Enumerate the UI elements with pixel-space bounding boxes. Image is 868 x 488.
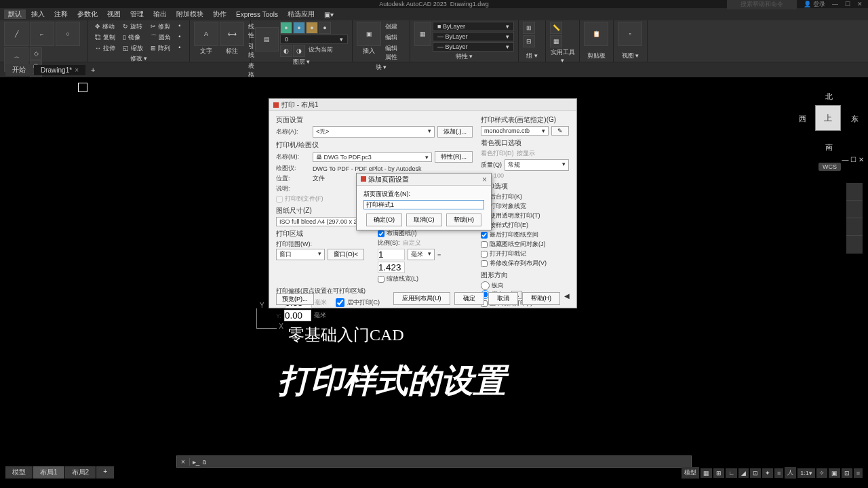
- match-props[interactable]: ▦: [414, 22, 431, 46]
- base-tool[interactable]: ▫: [618, 22, 642, 46]
- status-grid[interactable]: ▦: [701, 468, 712, 478]
- y-input[interactable]: [284, 310, 311, 321]
- status-tool[interactable]: ▣: [829, 468, 840, 478]
- opt-check[interactable]: [481, 251, 488, 258]
- setup-name-input[interactable]: [363, 200, 484, 209]
- draw-tool[interactable]: ◇: [30, 47, 42, 60]
- menu-featured[interactable]: 精选应用: [283, 9, 319, 19]
- paste-tool[interactable]: 📋: [584, 22, 608, 46]
- printer-combo[interactable]: 🖶 DWG To PDF.pc3▾: [313, 152, 432, 162]
- tab-drawing1[interactable]: Drawing1*×: [34, 65, 85, 75]
- selection-handle[interactable]: [78, 83, 87, 92]
- util-tool[interactable]: ▦: [550, 35, 562, 47]
- nav-orbit[interactable]: [846, 236, 863, 253]
- status-tool[interactable]: ◢: [738, 468, 749, 478]
- dim-tool[interactable]: ⟷: [220, 22, 244, 46]
- util-tool[interactable]: 📏: [550, 22, 562, 34]
- menu-collab[interactable]: 协作: [209, 9, 231, 19]
- nav-zoom[interactable]: [846, 218, 863, 236]
- layer-tool[interactable]: ◑: [293, 45, 305, 57]
- menu-express[interactable]: Express Tools: [232, 11, 282, 18]
- modal-ok-button[interactable]: 确定(O): [366, 214, 402, 226]
- tab-layout2[interactable]: 布局2: [65, 466, 96, 479]
- viewcube[interactable]: 北 西 上 东 南: [802, 92, 856, 146]
- range-combo[interactable]: 窗口▾: [276, 249, 325, 260]
- status-scale[interactable]: 1:1▾: [797, 468, 815, 478]
- scale-tool[interactable]: ◱ 缩放: [120, 43, 147, 54]
- window-button[interactable]: 窗口(O)<: [328, 249, 364, 260]
- style-combo[interactable]: monochrome.ctb▾: [481, 126, 549, 136]
- cancel-button[interactable]: 取消: [488, 292, 518, 305]
- tool[interactable]: •: [176, 33, 185, 43]
- menu-default[interactable]: 默认: [4, 9, 26, 19]
- preview-button[interactable]: 预览(P)...: [276, 293, 314, 305]
- ltype-combo[interactable]: — ByLayer▾: [433, 42, 514, 52]
- move-tool[interactable]: ✥ 移动: [92, 22, 119, 32]
- cmd-close-icon[interactable]: ×: [177, 458, 190, 466]
- tab-layout1[interactable]: 布局1: [33, 466, 64, 479]
- rotate-tool[interactable]: ↻ 旋转: [120, 22, 147, 32]
- circle-tool[interactable]: ○: [56, 22, 80, 46]
- win-max[interactable]: ☐: [845, 1, 850, 7]
- command-line[interactable]: × ▸_: [176, 455, 692, 468]
- color-combo[interactable]: ■ ByLayer▾: [433, 22, 514, 31]
- fillet-tool[interactable]: ⌒ 圆角: [148, 33, 175, 43]
- stretch-tool[interactable]: ↔ 拉伸: [92, 43, 119, 54]
- layer-tool[interactable]: ●: [319, 22, 331, 34]
- text-tool[interactable]: A: [194, 22, 218, 46]
- modal-help-button[interactable]: 帮助(H): [446, 214, 482, 226]
- opt-check[interactable]: [481, 260, 488, 267]
- add-layout[interactable]: +: [96, 466, 114, 479]
- style-edit[interactable]: ✎: [551, 126, 569, 136]
- quality-combo[interactable]: 常规▾: [505, 159, 569, 171]
- fit-check[interactable]: [378, 230, 384, 237]
- polyline-tool[interactable]: ⌐: [30, 22, 54, 46]
- search-input[interactable]: 搜索帮助和命令: [727, 0, 797, 9]
- nav-bar[interactable]: [846, 183, 863, 253]
- page-setup-combo[interactable]: <无>▾: [313, 126, 435, 138]
- modal-cancel-button[interactable]: 取消(C): [406, 214, 442, 226]
- edit-block[interactable]: 编辑: [382, 33, 406, 43]
- layer-tool[interactable]: ●: [293, 22, 305, 34]
- opt-check[interactable]: [481, 241, 488, 248]
- add-button[interactable]: 添加(.)...: [437, 126, 473, 138]
- status-snap[interactable]: ⊞: [713, 468, 724, 478]
- tool[interactable]: •: [176, 22, 185, 32]
- mirror-tool[interactable]: ▯ 镜像: [120, 33, 147, 43]
- menu-addins[interactable]: 附加模块: [172, 9, 208, 19]
- close-icon[interactable]: ×: [482, 175, 487, 184]
- unit-input[interactable]: [378, 249, 405, 260]
- menu-output[interactable]: 输出: [149, 9, 171, 19]
- lineweight-check[interactable]: [378, 276, 384, 283]
- ok-button[interactable]: 确定: [454, 292, 484, 305]
- portrait-radio[interactable]: [481, 281, 490, 290]
- win-close[interactable]: ✕: [857, 1, 863, 7]
- tab-start[interactable]: 开始: [5, 64, 33, 76]
- edit-attr[interactable]: 编辑属性: [382, 43, 406, 62]
- wcs-label[interactable]: WCS: [818, 163, 841, 171]
- insert-block[interactable]: ▣: [357, 22, 381, 46]
- status-tool[interactable]: ⊡: [842, 468, 852, 478]
- trim-tool[interactable]: ✂ 修剪: [148, 22, 175, 32]
- tool[interactable]: •: [176, 43, 185, 54]
- status-tool[interactable]: ∟: [726, 468, 737, 478]
- status-tool[interactable]: ✧: [816, 468, 827, 478]
- scale-input[interactable]: [378, 262, 405, 273]
- line-tool[interactable]: ╱: [4, 22, 28, 46]
- command-input[interactable]: [202, 458, 691, 466]
- viewcube-top[interactable]: 上: [815, 105, 841, 131]
- layer-props[interactable]: ▤: [255, 27, 279, 52]
- status-tool[interactable]: ⊡: [750, 468, 761, 478]
- tab-model[interactable]: 模型: [5, 466, 33, 479]
- layer-tool[interactable]: ◐: [280, 45, 292, 57]
- opt-check[interactable]: [481, 232, 488, 239]
- status-model[interactable]: 模型: [682, 467, 699, 479]
- nav-wheel[interactable]: [846, 183, 863, 201]
- login-link[interactable]: 👤 登录: [804, 0, 825, 9]
- nav-pan[interactable]: [846, 201, 863, 218]
- create-block[interactable]: 创建: [382, 22, 406, 32]
- viewport-controls[interactable]: — ☐ ✕: [842, 156, 864, 163]
- layer-combo[interactable]: 0▾: [280, 35, 348, 44]
- lweight-combo[interactable]: — ByLayer▾: [433, 32, 514, 41]
- status-menu[interactable]: ≡: [854, 468, 863, 478]
